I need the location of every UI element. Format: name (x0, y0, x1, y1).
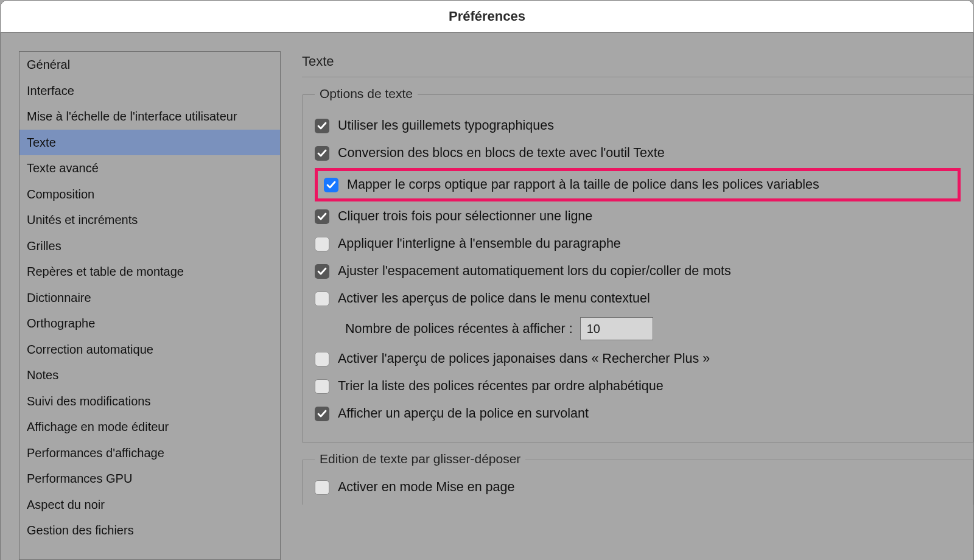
sidebar-item-autocorrect[interactable]: Correction automatique (19, 337, 280, 363)
sidebar-item-black-appearance[interactable]: Aspect du noir (19, 492, 280, 518)
group-drag-drop-legend: Edition de texte par glisser-déposer (315, 452, 525, 466)
option-convert-frames-row: Conversion des blocs en blocs de texte a… (315, 139, 961, 167)
window-titlebar: Préférences (0, 0, 974, 33)
sidebar-item-units[interactable]: Unités et incréments (19, 207, 280, 233)
sidebar-item-ui-scaling[interactable]: Mise à l'échelle de l'interface utilisat… (19, 103, 280, 130)
option-triple-click-row: Cliquer trois fois pour sélectionner une… (315, 203, 961, 230)
option-enable-layout-checkbox[interactable] (315, 480, 329, 495)
option-leading-paragraph-checkbox[interactable] (315, 237, 329, 251)
option-font-preview-menu-checkbox[interactable] (315, 292, 329, 306)
sidebar-item-grids[interactable]: Grilles (19, 233, 280, 259)
option-auto-spacing-checkbox[interactable] (315, 264, 329, 279)
sidebar-item-display-perf[interactable]: Performances d'affichage (19, 440, 280, 466)
option-leading-paragraph-row: Appliquer l'interligne à l'ensemble du p… (315, 230, 961, 257)
option-hover-preview-row: Afficher un aperçu de la police en survo… (315, 400, 961, 427)
sidebar-item-track-changes[interactable]: Suivi des modifications (19, 388, 280, 415)
option-font-preview-menu-row: Activer les aperçus de police dans le me… (315, 285, 961, 312)
recent-fonts-label: Nombre de polices récentes à afficher : (345, 321, 573, 337)
option-convert-frames-checkbox[interactable] (315, 146, 329, 161)
option-convert-frames-label: Conversion des blocs en blocs de texte a… (338, 145, 665, 161)
sidebar-item-dictionary[interactable]: Dictionnaire (19, 285, 280, 311)
group-text-options-legend: Options de texte (315, 86, 418, 101)
option-triple-click-checkbox[interactable] (315, 209, 329, 224)
option-auto-spacing-label: Ajuster l'espacement automatiquement lor… (338, 264, 731, 279)
window-body: Général Interface Mise à l'échelle de l'… (0, 33, 974, 560)
window-title: Préférences (449, 9, 525, 24)
option-enable-layout-label: Activer en mode Mise en page (338, 480, 514, 495)
highlight-annotation: Mapper le corps optique par rapport à la… (315, 168, 961, 201)
group-text-options: Options de texte Utiliser les guillemets… (302, 94, 973, 443)
sidebar-item-interface[interactable]: Interface (19, 78, 280, 104)
option-sort-recent-fonts-label: Trier la liste des polices récentes par … (338, 379, 664, 394)
option-font-preview-menu-label: Activer les aperçus de police dans le me… (338, 291, 650, 306)
option-japanese-preview-checkbox[interactable] (315, 352, 329, 366)
check-icon (317, 122, 327, 130)
sidebar-item-type[interactable]: Texte (19, 130, 280, 156)
group-drag-drop: Edition de texte par glisser-déposer Act… (302, 460, 973, 505)
option-sort-recent-fonts-row: Trier la liste des polices récentes par … (315, 373, 961, 400)
sidebar-item-notes[interactable]: Notes (19, 362, 280, 388)
option-enable-layout-row: Activer en mode Mise en page (315, 477, 961, 501)
sidebar-item-composition[interactable]: Composition (19, 181, 280, 208)
recent-fonts-row: Nombre de polices récentes à afficher : (315, 312, 961, 345)
option-optical-size-label: Mapper le corps optique par rapport à la… (347, 177, 819, 192)
sidebar-item-general[interactable]: Général (19, 52, 280, 78)
option-typographers-quotes-label: Utiliser les guillemets typographiques (338, 118, 554, 133)
sidebar-item-story-editor[interactable]: Affichage en mode éditeur (19, 414, 280, 440)
sidebar-item-gpu-perf[interactable]: Performances GPU (19, 466, 280, 492)
panel-title: Texte (302, 51, 973, 77)
option-optical-size-row: Mapper le corps optique par rapport à la… (324, 175, 951, 195)
sidebar-item-spelling[interactable]: Orthographe (19, 310, 280, 337)
option-japanese-preview-row: Activer l'aperçu de polices japonaises d… (315, 345, 961, 373)
preferences-panel: Texte Options de texte Utiliser les guil… (302, 51, 973, 560)
option-typographers-quotes-checkbox[interactable] (315, 119, 329, 133)
option-leading-paragraph-label: Appliquer l'interligne à l'ensemble du p… (338, 236, 621, 251)
option-sort-recent-fonts-checkbox[interactable] (315, 379, 329, 394)
sidebar-item-guides[interactable]: Repères et table de montage (19, 259, 280, 285)
option-hover-preview-label: Afficher un aperçu de la police en survo… (338, 406, 589, 421)
option-auto-spacing-row: Ajuster l'espacement automatiquement lor… (315, 257, 961, 285)
option-optical-size-checkbox[interactable] (324, 178, 338, 192)
option-triple-click-label: Cliquer trois fois pour sélectionner une… (338, 209, 592, 224)
sidebar-item-file-handling[interactable]: Gestion des fichiers (19, 517, 280, 544)
sidebar-item-advanced-type[interactable]: Texte avancé (19, 155, 280, 181)
option-japanese-preview-label: Activer l'aperçu de polices japonaises d… (338, 351, 710, 366)
check-icon (317, 410, 327, 418)
check-icon (317, 149, 327, 158)
preferences-sidebar: Général Interface Mise à l'échelle de l'… (19, 51, 281, 560)
recent-fonts-input[interactable] (580, 317, 653, 340)
check-icon (317, 212, 327, 221)
option-hover-preview-checkbox[interactable] (315, 407, 329, 421)
check-icon (317, 267, 327, 276)
check-icon (326, 181, 336, 189)
option-typographers-quotes-row: Utiliser les guillemets typographiques (315, 112, 961, 139)
